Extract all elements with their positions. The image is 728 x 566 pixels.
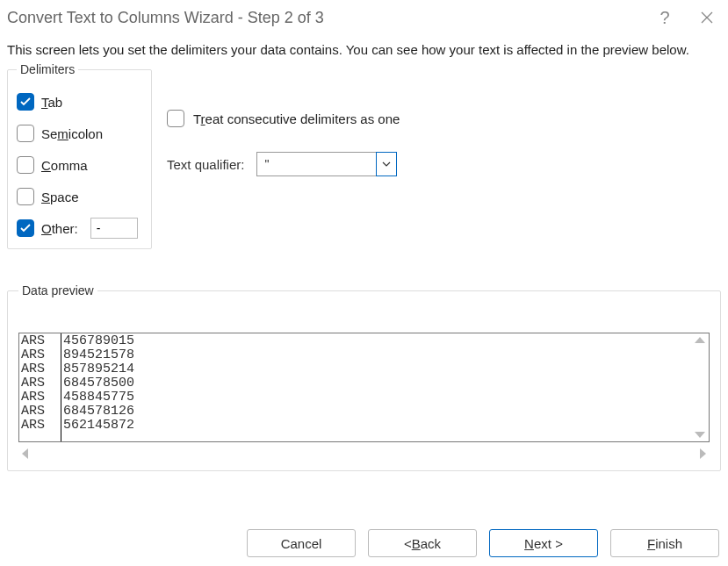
preview-horizontal-scrollbar[interactable] bbox=[18, 442, 710, 460]
cancel-button[interactable]: Cancel bbox=[247, 529, 356, 557]
space-label: Space bbox=[41, 190, 79, 204]
delimiters-group: Delimiters Tab Semicolon Comma Space bbox=[7, 62, 152, 249]
scroll-up-icon[interactable] bbox=[695, 337, 705, 343]
other-checkbox-row[interactable]: Other: bbox=[17, 219, 142, 238]
treat-consecutive-checkbox[interactable] bbox=[167, 110, 184, 127]
semicolon-label: Semicolon bbox=[41, 126, 103, 141]
scroll-down-icon[interactable] bbox=[695, 432, 705, 438]
semicolon-checkbox-row[interactable]: Semicolon bbox=[17, 124, 142, 143]
treat-consecutive-label: Treat consecutive delimiters as one bbox=[193, 111, 400, 126]
scroll-left-icon[interactable] bbox=[22, 448, 28, 459]
check-icon bbox=[20, 97, 31, 106]
preview-vertical-scrollbar[interactable] bbox=[693, 333, 707, 441]
close-button[interactable] bbox=[695, 5, 719, 30]
other-delimiter-input[interactable] bbox=[90, 218, 138, 239]
comma-label: Comma bbox=[41, 158, 88, 173]
help-button[interactable]: ? bbox=[652, 5, 677, 30]
tab-checkbox[interactable] bbox=[17, 93, 34, 111]
data-preview-box: ARS ARS ARS ARS ARS ARS ARS 456789015 89… bbox=[18, 333, 710, 442]
scroll-right-icon[interactable] bbox=[700, 448, 706, 459]
check-icon bbox=[20, 224, 31, 233]
space-checkbox[interactable] bbox=[17, 188, 34, 205]
text-qualifier-select[interactable]: " bbox=[256, 152, 397, 176]
data-preview-legend: Data preview bbox=[18, 283, 97, 297]
data-preview-group: Data preview ARS ARS ARS ARS ARS ARS ARS… bbox=[7, 283, 721, 471]
text-qualifier-value: " bbox=[257, 153, 376, 176]
chevron-down-icon bbox=[381, 161, 392, 168]
description-text: This screen lets you set the delimiters … bbox=[0, 35, 728, 62]
text-qualifier-dropdown-button[interactable] bbox=[376, 152, 397, 176]
delimiters-legend: Delimiters bbox=[17, 62, 78, 76]
semicolon-checkbox[interactable] bbox=[17, 125, 34, 142]
wizard-buttons: Cancel < Back Next > Finish bbox=[247, 529, 719, 557]
finish-button[interactable]: Finish bbox=[610, 529, 719, 557]
text-qualifier-row: Text qualifier: " bbox=[167, 152, 400, 176]
space-checkbox-row[interactable]: Space bbox=[17, 187, 142, 206]
comma-checkbox[interactable] bbox=[17, 156, 34, 174]
tab-checkbox-row[interactable]: Tab bbox=[17, 92, 142, 111]
close-icon bbox=[700, 11, 714, 25]
other-label: Other: bbox=[41, 221, 78, 236]
delimiter-options: Treat consecutive delimiters as one Text… bbox=[167, 110, 400, 176]
preview-column-2: 456789015 894521578 857895214 684578500 … bbox=[61, 333, 709, 441]
tab-label: Tab bbox=[41, 95, 62, 110]
next-button[interactable]: Next > bbox=[489, 529, 598, 557]
text-qualifier-label: Text qualifier: bbox=[167, 157, 244, 172]
other-checkbox[interactable] bbox=[17, 219, 34, 237]
back-button[interactable]: < Back bbox=[368, 529, 477, 557]
comma-checkbox-row[interactable]: Comma bbox=[17, 155, 142, 175]
data-preview-table: ARS ARS ARS ARS ARS ARS ARS 456789015 89… bbox=[19, 333, 709, 441]
titlebar: Convert Text to Columns Wizard - Step 2 … bbox=[0, 0, 728, 35]
window-title: Convert Text to Columns Wizard - Step 2 … bbox=[7, 9, 635, 27]
treat-consecutive-row[interactable]: Treat consecutive delimiters as one bbox=[167, 110, 400, 127]
preview-column-1: ARS ARS ARS ARS ARS ARS ARS bbox=[19, 333, 61, 441]
